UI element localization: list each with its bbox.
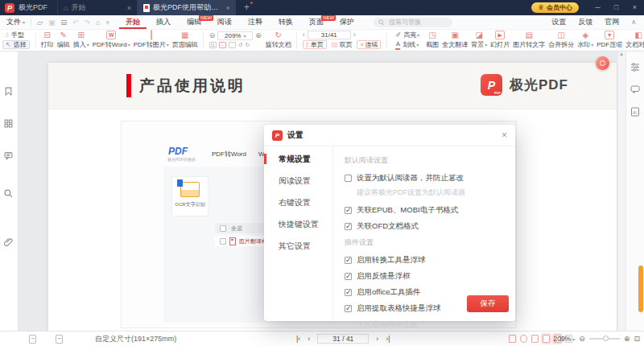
pdf-compress-button[interactable]: ▼ PDF压缩 [597, 31, 622, 49]
checkbox-row-epub[interactable]: 关联EPUB、MOBI电子书格式 [345, 205, 504, 216]
checkbox-icon[interactable] [345, 273, 352, 280]
search-box[interactable] [374, 18, 452, 27]
translate-chat-icon[interactable] [630, 83, 640, 97]
open-folder-icon[interactable]: ▱ [37, 19, 43, 27]
previous-page-icon[interactable]: ‹ [308, 335, 310, 343]
file-menu-button[interactable]: 文件 ▾ [6, 17, 25, 27]
thumbnails-icon[interactable] [4, 117, 13, 131]
zoom-out-icon[interactable]: ⊖ [579, 335, 585, 343]
page-number-input[interactable]: 31 / 41 [317, 334, 369, 344]
rotate-left-icon[interactable]: ↺ [238, 42, 243, 48]
actual-size-icon[interactable]: 11 [209, 42, 217, 48]
page-edit-button[interactable]: ▦ 页面编辑 [172, 31, 198, 49]
checkbox-icon[interactable] [345, 207, 352, 214]
insert-button[interactable]: ⊞ 插入 [73, 31, 89, 49]
double-page-mode-button[interactable]: ▯▯双页 [329, 40, 355, 49]
search-input[interactable] [387, 18, 444, 27]
dialog-nav-reading[interactable]: 阅读设置 [264, 170, 332, 192]
feedback-link[interactable]: 反馈 [578, 17, 592, 27]
zoom-in-icon[interactable]: ⊕ [255, 31, 262, 40]
doc-compare-button[interactable]: ◧ 文档对比 [625, 31, 644, 49]
highlight-button[interactable]: ✐ 高亮 [393, 31, 422, 39]
fit-page-icon[interactable]: ▫ [219, 42, 226, 48]
dialog-close-icon[interactable]: × [502, 130, 507, 140]
print-icon[interactable]: ⊟ [60, 19, 67, 27]
member-center-button[interactable]: ♛ 会员中心 [531, 2, 579, 13]
previous-page-icon[interactable]: ‹ [303, 31, 305, 39]
collapse-ribbon-icon[interactable]: ∧ [631, 19, 636, 26]
scroll-up-icon[interactable]: ▲ [619, 51, 624, 56]
page-indicator-input[interactable]: 31/41 [308, 31, 351, 39]
tab-document[interactable]: 极光PDF使用帮助.pdf × [138, 0, 236, 15]
dialog-nav-rightclick[interactable]: 右键设置 [264, 192, 332, 213]
maximize-button[interactable]: □ [607, 0, 625, 15]
last-page-icon[interactable]: ›| [386, 335, 390, 343]
ribbon-tab-convert[interactable]: 转换 [272, 15, 299, 29]
background-button[interactable]: ◪ 背景 [471, 31, 487, 49]
ai-doc-icon[interactable]: AI [630, 105, 640, 120]
new-tab-button[interactable]: + [244, 0, 250, 15]
continuous-view-icon[interactable] [543, 335, 550, 343]
search-icon[interactable] [4, 187, 13, 201]
zoom-slider[interactable] [589, 338, 620, 340]
ribbon-tab-page[interactable]: 页面NEW [303, 15, 330, 29]
watermark-button[interactable]: ◈ 水印 [577, 31, 593, 49]
zoom-in-icon[interactable]: ⊕ [624, 335, 630, 343]
fit-page-view-icon[interactable] [531, 335, 539, 343]
ribbon-tab-protect[interactable]: 保护 [333, 15, 361, 29]
pdf-to-image-button[interactable]: PDF转图片 [134, 31, 169, 49]
checkbox-icon[interactable] [345, 289, 352, 296]
slideshow-button[interactable]: ▶ 幻灯片 [490, 31, 510, 49]
save-button[interactable]: 保存 [467, 295, 509, 312]
single-page-mode-button[interactable]: ▯单页 [303, 40, 327, 49]
next-page-icon[interactable]: › [376, 335, 378, 343]
ribbon-tab-start[interactable]: 开始 [119, 15, 147, 29]
checkbox-icon[interactable] [345, 257, 352, 264]
redo-icon[interactable]: ↷ [85, 19, 91, 27]
close-button[interactable]: × [625, 0, 644, 15]
ribbon-tab-read[interactable]: 阅读 [211, 15, 238, 29]
attachment-icon[interactable] [4, 235, 13, 249]
underline-button[interactable]: A 划线 [393, 40, 422, 49]
rotate-document-button[interactable]: ↻ 旋转文档 [266, 31, 291, 49]
screenshot-button[interactable]: ◳ 截图 [426, 31, 439, 49]
print-button[interactable]: ⊟ 打印 [41, 31, 54, 49]
next-page-thumb-icon[interactable] [56, 335, 63, 344]
checkbox-row-ofd[interactable]: 关联OFD文档格式 [345, 221, 504, 232]
next-page-icon[interactable]: › [353, 31, 356, 39]
continuous-mode-button[interactable]: ≡连续 [357, 40, 381, 49]
edit-button[interactable]: ✎ 编辑 [57, 31, 70, 49]
save-icon[interactable]: ▣ [48, 19, 56, 27]
rotate-right-icon[interactable]: ↻ [246, 42, 250, 48]
fit-width-icon[interactable]: ‥ [229, 42, 236, 48]
single-page-view-icon[interactable] [509, 335, 516, 343]
undo-icon[interactable]: ↶ [72, 19, 79, 27]
settings-link[interactable]: 设置 [551, 17, 566, 27]
first-page-icon[interactable]: |‹ [296, 335, 300, 343]
official-site-link[interactable]: 官网 [605, 17, 619, 27]
zoom-out-icon[interactable]: ⊖ [209, 31, 216, 40]
bookmark-icon[interactable] [4, 84, 13, 99]
hand-tool-button[interactable]: ☝ 手型 [2, 31, 30, 39]
ribbon-tab-insert[interactable]: 插入 [150, 15, 177, 29]
fullscreen-icon[interactable]: ⊡ [634, 335, 640, 343]
chevron-down-icon[interactable]: ▾ [106, 19, 110, 27]
floating-helper-button[interactable] [596, 56, 609, 70]
dialog-nav-other[interactable]: 其它设置 [264, 235, 332, 257]
tab-home-close-icon[interactable]: × [127, 4, 131, 12]
checkbox-row-feedback[interactable]: 启用反馈悬浮框 [345, 271, 504, 282]
merge-split-button[interactable]: ◫ 合并拆分 [548, 31, 574, 49]
pdf-to-word-button[interactable]: W PDF转Word [93, 31, 130, 49]
checkbox-icon[interactable] [345, 305, 352, 312]
home-icon[interactable]: ⌂ [96, 19, 100, 27]
tab-document-close-icon[interactable]: × [226, 4, 230, 12]
zoom-percent-select[interactable]: 209%▾ [554, 335, 576, 343]
ribbon-tab-edit[interactable]: 编辑NEW [180, 15, 208, 29]
dialog-nav-general[interactable]: 常规设置 [264, 148, 332, 170]
dialog-header[interactable]: P 设置 × [264, 125, 515, 146]
minimize-button[interactable]: ─ [588, 0, 607, 15]
sliders-icon[interactable] [630, 60, 640, 75]
comments-icon[interactable] [4, 149, 13, 163]
zoom-level-select[interactable]: 209%▾ [217, 31, 253, 40]
tab-home[interactable]: ⌂ 开始 × [57, 0, 138, 15]
